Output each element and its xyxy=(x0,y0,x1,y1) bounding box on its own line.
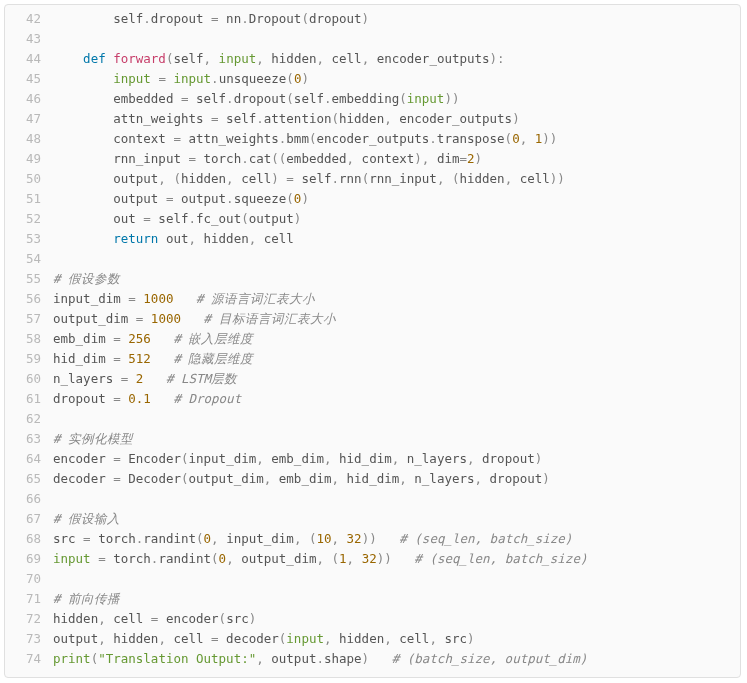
code-line: 65decoder = Decoder(output_dim, emb_dim,… xyxy=(5,469,740,489)
line-code: attn_weights = self.attention(hidden, en… xyxy=(53,109,520,129)
line-number: 48 xyxy=(5,129,53,149)
line-number: 55 xyxy=(5,269,53,289)
code-line: 47 attn_weights = self.attention(hidden,… xyxy=(5,109,740,129)
line-code: return out, hidden, cell xyxy=(53,229,294,249)
line-code: out = self.fc_out(output) xyxy=(53,209,301,229)
line-number: 46 xyxy=(5,89,53,109)
line-number: 45 xyxy=(5,69,53,89)
line-number: 61 xyxy=(5,389,53,409)
line-number: 62 xyxy=(5,409,53,429)
line-code: decoder = Decoder(output_dim, emb_dim, h… xyxy=(53,469,550,489)
line-number: 53 xyxy=(5,229,53,249)
line-code: # 实例化模型 xyxy=(53,429,133,449)
line-code: output = output.squeeze(0) xyxy=(53,189,309,209)
code-line: 66 xyxy=(5,489,740,509)
code-line: 54 xyxy=(5,249,740,269)
code-line: 60n_layers = 2 # LSTM层数 xyxy=(5,369,740,389)
line-code: emb_dim = 256 # 嵌入层维度 xyxy=(53,329,254,349)
code-line: 70 xyxy=(5,569,740,589)
line-number: 52 xyxy=(5,209,53,229)
line-code: context = attn_weights.bmm(encoder_outpu… xyxy=(53,129,557,149)
line-code: print("Translation Output:", output.shap… xyxy=(53,649,587,669)
code-line: 71# 前向传播 xyxy=(5,589,740,609)
code-line: 64encoder = Encoder(input_dim, emb_dim, … xyxy=(5,449,740,469)
code-line: 74print("Translation Output:", output.sh… xyxy=(5,649,740,669)
line-code: embedded = self.dropout(self.embedding(i… xyxy=(53,89,459,109)
line-number: 44 xyxy=(5,49,53,69)
line-number: 57 xyxy=(5,309,53,329)
line-code: output_dim = 1000 # 目标语言词汇表大小 xyxy=(53,309,336,329)
line-code: input = input.unsqueeze(0) xyxy=(53,69,309,89)
line-code: # 假设输入 xyxy=(53,509,120,529)
line-number: 73 xyxy=(5,629,53,649)
code-line: 56input_dim = 1000 # 源语言词汇表大小 xyxy=(5,289,740,309)
line-number: 56 xyxy=(5,289,53,309)
line-code: src = torch.randint(0, input_dim, (10, 3… xyxy=(53,529,572,549)
code-line: 67# 假设输入 xyxy=(5,509,740,529)
code-line: 63# 实例化模型 xyxy=(5,429,740,449)
code-line: 53 return out, hidden, cell xyxy=(5,229,740,249)
line-code: output, hidden, cell = decoder(input, hi… xyxy=(53,629,475,649)
line-number: 43 xyxy=(5,29,53,49)
line-code: def forward(self, input, hidden, cell, e… xyxy=(53,49,505,69)
code-line: 58emb_dim = 256 # 嵌入层维度 xyxy=(5,329,740,349)
line-code: input_dim = 1000 # 源语言词汇表大小 xyxy=(53,289,315,309)
line-number: 59 xyxy=(5,349,53,369)
code-line: 45 input = input.unsqueeze(0) xyxy=(5,69,740,89)
line-code: encoder = Encoder(input_dim, emb_dim, hi… xyxy=(53,449,542,469)
line-number: 67 xyxy=(5,509,53,529)
code-line: 57output_dim = 1000 # 目标语言词汇表大小 xyxy=(5,309,740,329)
code-line: 59hid_dim = 512 # 隐藏层维度 xyxy=(5,349,740,369)
code-line: 43 xyxy=(5,29,740,49)
line-number: 72 xyxy=(5,609,53,629)
line-code: # 假设参数 xyxy=(53,269,120,289)
line-code: input = torch.randint(0, output_dim, (1,… xyxy=(53,549,587,569)
line-code: hidden, cell = encoder(src) xyxy=(53,609,256,629)
line-number: 49 xyxy=(5,149,53,169)
code-line: 69input = torch.randint(0, output_dim, (… xyxy=(5,549,740,569)
line-number: 64 xyxy=(5,449,53,469)
line-number: 65 xyxy=(5,469,53,489)
line-number: 63 xyxy=(5,429,53,449)
line-number: 54 xyxy=(5,249,53,269)
line-code: rnn_input = torch.cat((embedded, context… xyxy=(53,149,482,169)
line-number: 42 xyxy=(5,9,53,29)
line-code: hid_dim = 512 # 隐藏层维度 xyxy=(53,349,254,369)
code-line: 62 xyxy=(5,409,740,429)
line-number: 58 xyxy=(5,329,53,349)
code-line: 68src = torch.randint(0, input_dim, (10,… xyxy=(5,529,740,549)
line-number: 51 xyxy=(5,189,53,209)
code-line: 55# 假设参数 xyxy=(5,269,740,289)
code-line: 46 embedded = self.dropout(self.embeddin… xyxy=(5,89,740,109)
line-number: 50 xyxy=(5,169,53,189)
code-line: 61dropout = 0.1 # Dropout xyxy=(5,389,740,409)
line-number: 60 xyxy=(5,369,53,389)
line-code: output, (hidden, cell) = self.rnn(rnn_in… xyxy=(53,169,565,189)
line-number: 70 xyxy=(5,569,53,589)
code-line: 42 self.dropout = nn.Dropout(dropout) xyxy=(5,9,740,29)
line-number: 47 xyxy=(5,109,53,129)
line-code: # 前向传播 xyxy=(53,589,120,609)
line-code: dropout = 0.1 # Dropout xyxy=(53,389,241,409)
code-line: 73output, hidden, cell = decoder(input, … xyxy=(5,629,740,649)
line-number: 74 xyxy=(5,649,53,669)
code-line: 50 output, (hidden, cell) = self.rnn(rnn… xyxy=(5,169,740,189)
line-number: 68 xyxy=(5,529,53,549)
code-line: 49 rnn_input = torch.cat((embedded, cont… xyxy=(5,149,740,169)
line-number: 71 xyxy=(5,589,53,609)
code-content[interactable]: 42 self.dropout = nn.Dropout(dropout)434… xyxy=(5,5,740,677)
line-code: n_layers = 2 # LSTM层数 xyxy=(53,369,237,389)
line-number: 66 xyxy=(5,489,53,509)
code-line: 52 out = self.fc_out(output) xyxy=(5,209,740,229)
code-line: 44 def forward(self, input, hidden, cell… xyxy=(5,49,740,69)
code-line: 51 output = output.squeeze(0) xyxy=(5,189,740,209)
code-block: 42 self.dropout = nn.Dropout(dropout)434… xyxy=(4,4,741,678)
line-number: 69 xyxy=(5,549,53,569)
line-code: self.dropout = nn.Dropout(dropout) xyxy=(53,9,369,29)
code-line: 72hidden, cell = encoder(src) xyxy=(5,609,740,629)
code-line: 48 context = attn_weights.bmm(encoder_ou… xyxy=(5,129,740,149)
